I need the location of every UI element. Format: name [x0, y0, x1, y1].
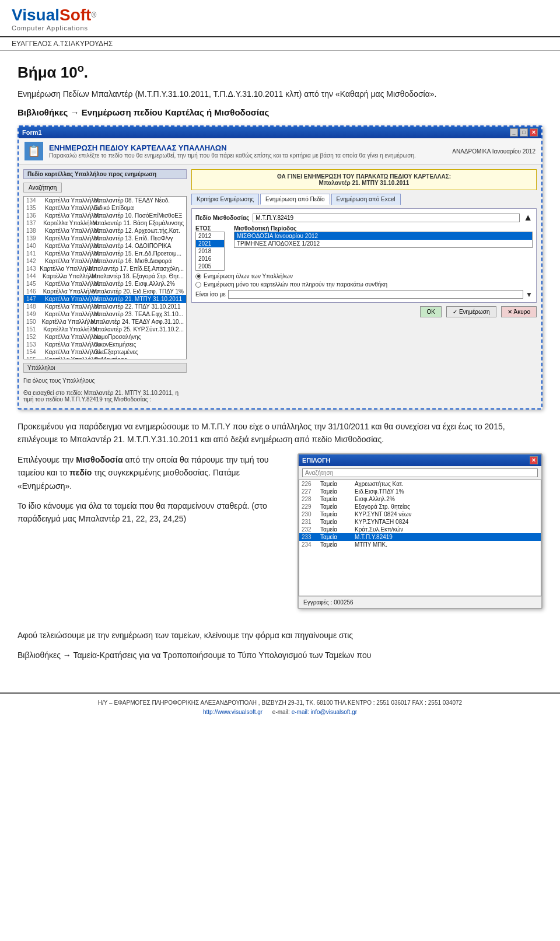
list-item[interactable]: 155 Καρτέλλα Υπαλλήλου ΟγΜαντέρας — [24, 356, 186, 359]
radio-filtered-employees[interactable]: Ενημέρωση μόνο του καρτελλών που πληρούν… — [195, 281, 533, 288]
year-item[interactable]: 2012 — [196, 232, 224, 240]
period-item-selected[interactable]: ΜΙΣΘΟΔΟΣΙΑ Ιανουαρίου 2012 — [235, 232, 532, 240]
footer-email-link[interactable]: e-mail: info@visualsoft.gr — [292, 709, 357, 715]
criteria-panel: Πεδίο Μισθοδοσίας ▲ ΕΤΟΣ 2012 2021 2018 — [191, 208, 537, 303]
ok-button[interactable]: ΟΚ — [420, 306, 441, 317]
employees-text2: Θα εισαχθεί στο πεδίο: Μπαλαντέρ 21. ΜΤΠ… — [23, 389, 187, 404]
text-block-2: Αφού τελειώσουμε με την ενημέρωση των τα… — [18, 629, 542, 642]
epilogi-search-row — [299, 466, 541, 480]
dialog-header-text: ΕΝΗΜΕΡΩΣΗ ΠΕΔΙΟΥ ΚΑΡΤΕΛΛΑΣ ΥΠΑΛΛΗΛΩΝ Παρ… — [49, 144, 446, 159]
period-list[interactable]: ΜΙΣΘΟΔΟΣΙΑ Ιανουαρίου 2012 ΤΡΙΜΗΝΕΣ ΑΠΟΔ… — [234, 232, 533, 248]
epilogi-item[interactable]: 226 Ταμεία Αχρεωστήτως Κατ. — [299, 480, 541, 488]
list-item[interactable]: 135 Καρτέλλα Υπαλλήλου Ειδικό Επίδομα — [24, 204, 186, 212]
list-item[interactable]: 146 Καρτέλλα Υπαλλήλου Μπαλαντέρ 20. Ειδ… — [24, 288, 186, 295]
text-para1: Προκειμένου για παράδειγμα να ενημερώσου… — [18, 422, 505, 444]
epilogi-item[interactable]: 229 Ταμεία Εξαγορά Στρ. θητείας — [299, 503, 541, 510]
epilogi-item[interactable]: 228 Ταμεία Εισφ.Αλληλ.2% — [299, 495, 541, 503]
employee-field-list[interactable]: 134 Καρτέλλα Υπαλλήλου Μπαλαντέρ 08. ΤΕΑ… — [23, 196, 187, 359]
epilogi-item[interactable]: 231 Ταμεία ΚΥΡ.ΣΥΝΤΑΞΗ 0824 — [299, 518, 541, 526]
footer-line2: http://www.visualsoft.gr e-mail: e-mail:… — [12, 708, 548, 717]
dialog-subtitle: Παρακαλώ επιλέξτε το πεδίο που θα ενημερ… — [49, 152, 446, 159]
radio-all-icon — [195, 274, 201, 279]
titlebar-buttons: _ □ ✕ — [510, 128, 538, 137]
list-item[interactable]: 149 Καρτέλλα Υπαλλήλου Μπαλαντέρ 23. ΤΕΑ… — [24, 310, 186, 318]
list-item[interactable]: 134 Καρτέλλα Υπαλλήλου Μπαλαντέρ 08. ΤΕΑ… — [24, 197, 186, 204]
year-period-row: ΕΤΟΣ 2012 2021 2018 2016 2005 Μισθοδοτικ… — [195, 225, 533, 271]
epilogi-item[interactable]: 230 Ταμεία ΚΥΡ.ΣΥΝΤ 0824 νέων — [299, 510, 541, 518]
year-list[interactable]: 2012 2021 2018 2016 2005 — [195, 232, 225, 271]
list-item[interactable]: 145 Καρτέλλα Υπαλλήλου Μπαλαντέρ 19. Εισ… — [24, 280, 186, 288]
condition-prefix: Είναι ίσο με — [195, 291, 226, 298]
field-value-input[interactable] — [253, 214, 520, 222]
update-field-value: Μπαλαντέρ 21. ΜΤΠΥ 31.10.2011 — [319, 180, 410, 186]
list-item[interactable]: 152 Καρτέλλα Υπαλλήλου ΝομοΠροσαλήνης — [24, 333, 186, 341]
epilogi-search-input[interactable] — [302, 468, 538, 477]
epilogi-footer-text: Εγγραφές : 000256 — [303, 599, 354, 606]
list-item[interactable]: 151 Καρτέλλα Υπαλλήλου Μπαλαντέρ 25. ΚΥΡ… — [24, 326, 186, 333]
search-button[interactable]: Αναζήτηση — [23, 183, 62, 193]
list-item[interactable]: 143 Καρτέλλα Υπαλλήλου Μπαλαντέρ 17. Επί… — [24, 265, 186, 272]
x-icon: ✕ — [508, 309, 512, 315]
footer-line1: Η/Υ – ΕΦΑΡΜΟΓΕΣ ΠΛΗΡΟΦΟΡΙΚΗΣ ΑΛΕΞΑΝΔΡΟΥΠ… — [12, 698, 548, 708]
logo-soft: Soft — [60, 6, 91, 24]
radio-all-label: Ενημέρωση όλων των Υπαλλήλων — [204, 273, 293, 279]
period-item[interactable]: ΤΡΙΜΗΝΕΣ ΑΠΟΔΟΧΕΣ 1/2012 — [235, 240, 532, 247]
list-item[interactable]: 150 Καρτέλλα Υπαλλήλου Μπαλαντέρ 24. ΤΕΑ… — [24, 318, 186, 326]
condition-arrow-icon: ▼ — [526, 291, 533, 299]
list-item[interactable]: 138 Καρτέλλα Υπαλλήλου Μπαλαντέρ 12. Αρχ… — [24, 227, 186, 235]
step-heading-text: Βήμα 10 — [18, 64, 78, 81]
radio-all-employees[interactable]: Ενημέρωση όλων των Υπαλλήλων — [195, 273, 533, 279]
year-item[interactable]: 2005 — [196, 263, 224, 270]
list-item[interactable]: 137 Καρτέλλα Υπαλλήλου Μπαλαντέρ 11. Βάσ… — [24, 219, 186, 227]
epilogi-item-selected[interactable]: 233 Ταμεία Μ.Τ.Π.Υ.82419 — [299, 533, 541, 541]
epilogi-item[interactable]: 234 Ταμεία ΜΤΠΥ ΜΠΚ. — [299, 541, 541, 548]
list-item[interactable]: 136 Καρτέλλα Υπαλλήλου Μπαλαντέρ 10. Ποσ… — [24, 212, 186, 219]
list-item[interactable]: 144 Καρτέλλα Υπαλλήλου Μπαλαντέρ 18. Εξα… — [24, 272, 186, 280]
tab-from-excel[interactable]: Ενημέρωση από Excel — [331, 194, 401, 205]
list-item[interactable]: 140 Καρτέλλα Υπαλλήλου Μπαλαντέρ 14. ΟΔΟ… — [24, 242, 186, 250]
cancel-button[interactable]: ✕ Άκυρο — [501, 306, 537, 317]
year-item[interactable]: 2018 — [196, 247, 224, 255]
list-item-selected[interactable]: 147 Καρτέλλα Υπαλλήλου Μπαλαντέρ 21. ΜΤΠ… — [24, 295, 186, 303]
tab-from-field[interactable]: Ενημέρωση από Πεδίο — [260, 194, 330, 205]
epilogi-item[interactable]: 227 Ταμεία Ειδ.Εισφ.ΤΠΔΥ 1% — [299, 488, 541, 495]
logo-area: VisualSoft® Computer Applications — [12, 6, 96, 32]
list-item[interactable]: 142 Καρτέλλα Υπαλλήλου Μπαλαντέρ 16. Μισ… — [24, 257, 186, 265]
epilogi-footer: Εγγραφές : 000256 — [299, 596, 541, 608]
footer-website-link[interactable]: http://www.visualsoft.gr — [203, 709, 262, 715]
epilogi-close-button[interactable]: ✕ — [530, 456, 538, 464]
radio-filtered-label: Ενημέρωση μόνο του καρτελλών που πληρούν… — [204, 281, 387, 288]
dialog-main-title: ΕΝΗΜΕΡΩΣΗ ΠΕΔΙΟΥ ΚΑΡΤΕΛΛΑΣ ΥΠΑΛΛΗΛΩΝ — [49, 144, 446, 152]
year-section: ΕΤΟΣ 2012 2021 2018 2016 2005 — [195, 225, 230, 271]
tab-criteria[interactable]: Κριτήρια Ενημέρωσης — [191, 194, 259, 205]
list-item[interactable]: 139 Καρτέλλα Υπαλλήλου Μπαλαντέρ 13. Επί… — [24, 235, 186, 242]
epilogi-list[interactable]: 226 Ταμεία Αχρεωστήτως Κατ. 227 Ταμεία Ε… — [299, 480, 541, 596]
text-block-3: Βιβλιοθήκες → Ταμεία-Κρατήσεις για να Τρ… — [18, 649, 542, 662]
epilogi-item[interactable]: 232 Ταμεία Κράτ.Συλ.Εκπ/κών — [299, 526, 541, 533]
period-section: Μισθοδοτική Περίοδος ΜΙΣΘΟΔΟΣΙΑ Ιανουαρί… — [234, 225, 533, 248]
year-item[interactable]: 2016 — [196, 255, 224, 263]
close-button[interactable]: ✕ — [530, 128, 538, 137]
author-line: ΕΥΑΓΓΕΛΟΣ Α.ΤΣΙΑΚΥΡΟΥΔΗΣ — [0, 37, 560, 51]
list-item[interactable]: 153 Καρτέλλα Υπαλλήλου ΟικονΕκτιμήσεις — [24, 341, 186, 348]
logo-registered: ® — [91, 11, 96, 19]
main-content: Βήμα 10ο. Ενημέρωση Πεδίων Μπαλαντέρ (Μ.… — [0, 51, 560, 681]
condition-input[interactable] — [228, 290, 523, 299]
step-desc: Ενημέρωση Πεδίων Μπαλαντέρ (Μ.Τ.Π.Υ.31.1… — [18, 88, 542, 100]
list-item[interactable]: 154 Καρτέλλα Υπαλλήλου ΟλεΕξαρτωμένες — [24, 348, 186, 356]
logo-visual: Visual — [12, 6, 60, 24]
maximize-button[interactable]: □ — [520, 128, 528, 137]
list-item[interactable]: 148 Καρτέλλα Υπαλλήλου Μπαλαντέρ 22. ΤΠΔ… — [24, 303, 186, 310]
year-item-selected[interactable]: 2021 — [196, 240, 224, 247]
epilogi-dialog: ΕΠΙΛΟΓΗ ✕ 226 Ταμεία Αχρεωστήτως Κατ. — [298, 453, 542, 620]
list-item[interactable]: 141 Καρτέλλα Υπαλλήλου Μπαλαντέρ 15. Επ.… — [24, 250, 186, 257]
update-button[interactable]: ✓ Ενημέρωση — [446, 306, 496, 317]
minimize-button[interactable]: _ — [510, 128, 518, 137]
period-label: Μισθοδοτική Περίοδος — [234, 225, 533, 232]
dialog-update-fields: Form1 _ □ ✕ 📋 ΕΝΗΜΕΡΩΣΗ ΠΕΔΙΟΥ ΚΑΡΤΕΛΛΑΣ… — [18, 125, 542, 410]
page-footer: Η/Υ – ΕΦΑΡΜΟΓΕΣ ΠΛΗΡΟΦΟΡΙΚΗΣ ΑΛΕΞΑΝΔΡΟΥΠ… — [0, 692, 560, 722]
epilogi-para1: Επιλέγουμε την Μισθοδοσία από την οποία … — [18, 453, 286, 492]
left-panel: Πεδίο καρτέλλας Υπαλλήλου προς ενημέρωση… — [23, 169, 187, 404]
epilogi-section: Επιλέγουμε την Μισθοδοσία από την οποία … — [18, 453, 542, 620]
employees-text1: Για όλους τους Υπαλλήλους — [23, 376, 187, 385]
